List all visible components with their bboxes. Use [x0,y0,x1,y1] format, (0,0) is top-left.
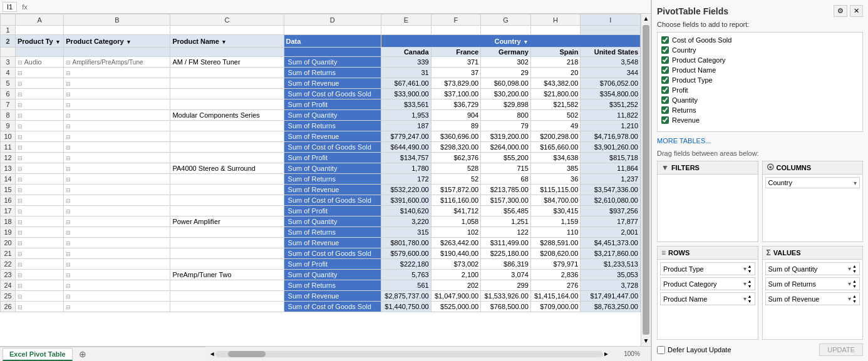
field-checkbox-quantity[interactable] [661,96,669,104]
col-e: $67,461.00 [381,78,431,89]
value-dropdown-icon[interactable]: ▾ [848,280,851,287]
row-up-icon[interactable]: ▲ [748,294,752,298]
row-dropdown-icon[interactable]: ▾ [743,265,747,272]
value-dropdown-icon[interactable]: ▾ [848,265,851,272]
horizontal-scrollbar[interactable] [215,351,604,357]
row-down-icon[interactable]: ▼ [748,284,752,288]
col-b-header[interactable]: B [64,14,170,26]
rows-item-product-name[interactable]: Product Name ▾ ▲ ▼ [660,292,755,305]
col-a: ⊟ [16,291,64,302]
row-up-icon[interactable]: ▲ [748,264,752,268]
field-checkbox-product-name[interactable] [661,66,669,74]
vertical-scrollbar[interactable]: ▲ ▼ [641,14,651,346]
col-a-header[interactable]: A [16,14,64,26]
row-dropdown-icon[interactable]: ▾ [743,295,747,302]
field-checkbox-returns[interactable] [661,106,669,114]
col-i: $3,547,336.00 [581,185,641,195]
sheet-tabs: Excel Pivot Table ⊕ [0,347,205,362]
rows-icon: ≡ [661,248,666,257]
value-down-icon[interactable]: ▼ [852,269,857,273]
col-e-header[interactable]: E [381,14,431,26]
scroll-right-btn[interactable]: ► [603,350,609,357]
rows-item-product-type[interactable]: Product Type ▾ ▲ ▼ [660,262,755,275]
col-b: ⊟ [64,99,170,110]
table-row: 3 ⊟ Audio ⊟ Amplifiers/PreAmps/Tune AM /… [1,57,641,68]
row-down-icon[interactable]: ▼ [748,269,752,273]
col-f: $298,320.00 [431,142,481,153]
col-d-header[interactable]: D [284,14,381,26]
col-f-header[interactable]: F [431,14,481,26]
cell-ref[interactable]: I1 [3,2,17,12]
value-down-icon[interactable]: ▼ [852,284,857,288]
rows-area: ≡ ROWS Product Type ▾ ▲ ▼ Product Catego… [657,246,758,340]
col-a: ⊟ [16,195,64,206]
value-up-icon[interactable]: ▲ [852,279,857,283]
col-g: 68 [481,174,531,185]
col-d: Sum of Revenue [284,131,381,142]
col-c [170,121,284,131]
field-checkbox-country[interactable] [661,46,669,54]
panel-title: PivotTable Fields [657,6,728,16]
col-i: 3,728 [581,280,641,291]
col-c [170,195,284,206]
col-c [170,238,284,248]
row-down-icon[interactable]: ▼ [748,299,752,303]
settings-button[interactable]: ⚙ [834,5,847,17]
add-sheet-button[interactable]: ⊕ [75,348,90,360]
value-down-icon[interactable]: ▼ [852,299,857,303]
col-g-header[interactable]: G [481,14,531,26]
row-up-icon[interactable]: ▲ [748,279,752,283]
close-button[interactable]: ✕ [850,5,863,17]
rows-item-product-category[interactable]: Product Category ▾ ▲ ▼ [660,277,755,290]
col-a: ⊟ [16,216,64,227]
defer-checkbox-label[interactable]: Defer Layout Update [657,346,731,354]
col-d: Sum of Profit [284,259,381,270]
col-f: 904 [431,110,481,121]
col-b: ⊟ [64,110,170,121]
sheet-tab-pivot[interactable]: Excel Pivot Table [3,348,73,361]
col-c [170,89,284,99]
col-e: $1,440,750.00 [381,302,431,312]
columns-country-item[interactable]: Country ▾ [765,177,860,188]
row-num: 7 [1,99,16,110]
values-item-sum-of-revenue[interactable]: Sum of Revenue ▾ ▲ ▼ [765,292,860,305]
field-checkbox-cost-of-goods-sold[interactable] [661,36,669,44]
field-checkbox-profit[interactable] [661,86,669,94]
values-item-sum-of-returns[interactable]: Sum of Returns ▾ ▲ ▼ [765,277,860,290]
col-g: 302 [481,57,531,68]
col-b: ⊟ [64,280,170,291]
value-dropdown-icon[interactable]: ▾ [848,295,851,302]
col-d: Sum of Quantity [284,216,381,227]
col-i-header[interactable]: I [581,14,641,26]
update-button[interactable]: UPDATE [819,343,863,356]
col-a: ⊟ [16,78,64,89]
scroll-down[interactable]: ▼ [641,336,651,346]
scroll-up[interactable]: ▲ [641,14,651,24]
col-f: $157,872.00 [431,185,481,195]
defer-row: Defer Layout Update UPDATE [657,343,863,356]
col-h-header[interactable]: H [530,14,581,26]
row-dropdown-icon[interactable]: ▾ [743,280,747,287]
value-up-icon[interactable]: ▲ [852,294,857,298]
col-i: $3,217,860.00 [581,248,641,259]
field-checkbox-product-type[interactable] [661,76,669,84]
country-dropdown-icon[interactable]: ▾ [854,180,857,186]
more-tables-link[interactable]: MORE TABLES... [657,137,863,145]
values-item-sum-of-quantity[interactable]: Sum of Quantity ▾ ▲ ▼ [765,262,860,275]
col-c-header[interactable]: C [170,14,284,26]
scroll-left-btn[interactable]: ◄ [209,350,215,357]
pivot-header-row: 2 Product Ty ▾ Product Category ▾ Produc… [1,35,641,48]
scroll-thumb[interactable] [643,25,649,335]
value-up-icon[interactable]: ▲ [852,264,857,268]
field-checkbox-revenue[interactable] [661,116,669,124]
col-d: Sum of Profit [284,206,381,216]
row-num: 13 [1,163,16,174]
col-i: $706,052.00 [581,78,641,89]
col-f: $73,002 [431,259,481,270]
field-checkbox-product-category[interactable] [661,56,669,64]
table-scroll[interactable]: A B C D E F G H I 1 [0,14,641,346]
col-h: 1,159 [530,216,581,227]
defer-checkbox[interactable] [657,346,665,354]
h-scroll-thumb[interactable] [228,351,266,357]
col-a: ⊟ [16,174,64,185]
